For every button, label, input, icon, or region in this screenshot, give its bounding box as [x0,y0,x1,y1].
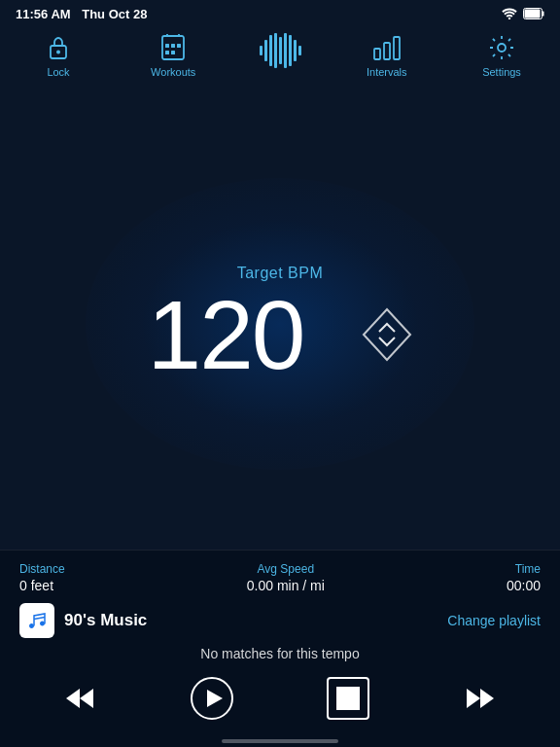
music-icon-box [19,603,54,638]
svg-rect-11 [171,51,175,54]
rewind-button[interactable] [58,677,101,720]
music-note-icon [26,610,48,631]
svg-rect-14 [394,37,400,59]
time-value: 00:00 [507,578,541,593]
svg-point-15 [498,44,506,52]
svg-marker-24 [480,689,494,708]
nav-settings[interactable]: Settings [472,33,531,78]
speed-value: 0.00 min / mi [247,578,325,593]
speed-label: Avg Speed [247,562,325,576]
bpm-value: 120 [148,286,304,383]
wifi-icon [502,8,517,19]
rewind-icon [64,687,95,710]
play-icon [191,677,233,720]
time-label: Time [507,562,541,576]
svg-rect-13 [384,43,390,59]
status-time-date: 11:56 AM Thu Oct 28 [16,7,147,21]
lock-label: Lock [47,66,69,78]
home-indicator [222,739,338,743]
settings-label: Settings [482,66,521,78]
bpm-stepper[interactable] [362,305,412,364]
time-stat: Time 00:00 [507,562,541,593]
svg-rect-2 [542,12,544,17]
distance-label: Distance [19,562,65,576]
distance-value: 0 feet [19,578,65,593]
workouts-label: Workouts [151,66,195,78]
nav-intervals[interactable]: Intervals [358,33,416,78]
bottom-panel: Distance 0 feet Avg Speed 0.00 min / mi … [0,550,560,747]
music-title: 90's Music [64,611,147,630]
app-logo [260,33,301,68]
change-playlist-button[interactable]: Change playlist [447,613,541,628]
svg-point-5 [56,51,60,54]
no-matches-text: No matches for this tempo [0,642,560,667]
battery-icon [523,8,544,19]
svg-rect-7 [165,44,169,48]
svg-rect-12 [374,49,380,59]
playback-controls [0,667,560,737]
status-bar: 11:56 AM Thu Oct 28 [0,0,560,27]
svg-point-0 [508,18,510,19]
settings-icon [487,33,516,62]
waveform-icon [260,33,301,68]
status-date: Thu Oct 28 [82,7,147,21]
svg-rect-22 [336,687,360,710]
bpm-row: 120 [148,286,413,383]
svg-rect-8 [171,44,175,48]
nav-workouts[interactable]: Workouts [144,33,202,78]
music-info: 90's Music [19,603,147,638]
nav-lock[interactable]: Lock [29,33,88,78]
fast-forward-icon [465,687,496,710]
status-icons [502,8,544,19]
stats-row: Distance 0 feet Avg Speed 0.00 min / mi … [0,551,560,597]
top-navigation: Lock Workouts [0,27,560,95]
distance-stat: Distance 0 feet [19,562,65,593]
status-time: 11:56 AM [16,7,71,21]
speed-stat: Avg Speed 0.00 min / mi [247,562,325,593]
lock-icon [44,33,73,62]
workouts-icon [158,33,188,62]
music-row: 90's Music Change playlist [0,597,560,642]
svg-marker-18 [80,689,93,708]
stepper-diamond-icon[interactable] [362,305,412,364]
intervals-icon [372,33,402,62]
intervals-label: Intervals [367,66,407,78]
svg-marker-20 [207,690,223,707]
bpm-section: Target BPM 120 [148,265,413,383]
svg-rect-9 [177,44,181,48]
fast-forward-button[interactable] [459,677,502,720]
svg-marker-17 [66,689,80,708]
svg-rect-10 [165,51,169,54]
svg-marker-23 [467,689,480,708]
svg-rect-3 [525,10,541,18]
play-button[interactable] [187,673,237,724]
svg-marker-16 [364,309,410,360]
main-content: Target BPM 120 [0,95,560,552]
stop-icon [327,677,369,720]
stop-button[interactable] [323,673,373,724]
